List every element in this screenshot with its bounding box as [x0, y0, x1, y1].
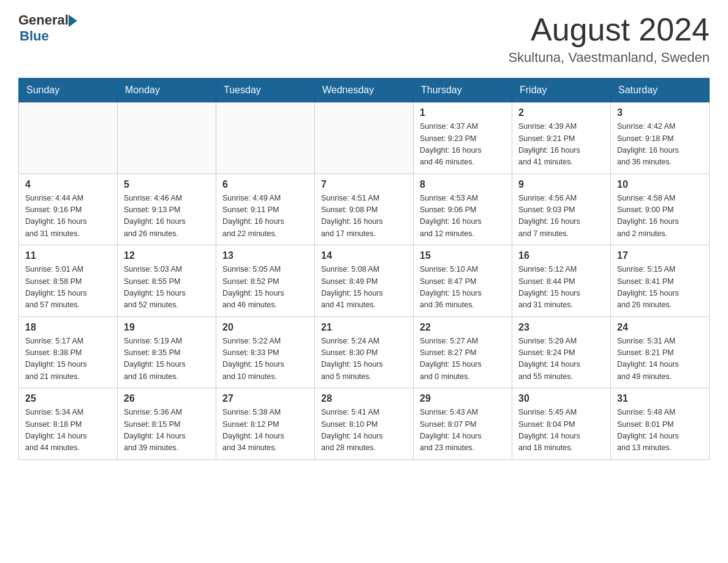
day-number: 16	[518, 250, 604, 261]
calendar-cell: 29Sunrise: 5:43 AM Sunset: 8:07 PM Dayli…	[414, 388, 512, 460]
day-info: Sunrise: 5:45 AM Sunset: 8:04 PM Dayligh…	[518, 407, 604, 454]
calendar-cell: 10Sunrise: 4:58 AM Sunset: 9:00 PM Dayli…	[611, 174, 710, 245]
day-info: Sunrise: 5:41 AM Sunset: 8:10 PM Dayligh…	[321, 407, 407, 454]
day-info: Sunrise: 5:34 AM Sunset: 8:18 PM Dayligh…	[25, 407, 111, 454]
day-number: 7	[321, 179, 407, 190]
day-info: Sunrise: 5:01 AM Sunset: 8:58 PM Dayligh…	[25, 264, 111, 312]
calendar-cell: 17Sunrise: 5:15 AM Sunset: 8:41 PM Dayli…	[611, 245, 710, 317]
week-row-5: 25Sunrise: 5:34 AM Sunset: 8:18 PM Dayli…	[19, 388, 710, 460]
day-number: 4	[25, 179, 111, 190]
calendar-table: SundayMondayTuesdayWednesdayThursdayFrid…	[18, 78, 710, 460]
logo: General Blue	[18, 12, 77, 44]
day-number: 26	[124, 393, 210, 404]
calendar-subtitle: Skultuna, Vaestmanland, Sweden	[508, 50, 710, 66]
calendar-cell: 5Sunrise: 4:46 AM Sunset: 9:13 PM Daylig…	[118, 174, 216, 245]
logo-blue-text: Blue	[20, 28, 49, 44]
week-row-3: 11Sunrise: 5:01 AM Sunset: 8:58 PM Dayli…	[19, 245, 710, 317]
week-row-2: 4Sunrise: 4:44 AM Sunset: 9:16 PM Daylig…	[19, 174, 710, 245]
day-info: Sunrise: 5:17 AM Sunset: 8:38 PM Dayligh…	[25, 335, 111, 383]
day-number: 13	[222, 250, 308, 261]
header-row: SundayMondayTuesdayWednesdayThursdayFrid…	[19, 79, 710, 102]
day-info: Sunrise: 5:15 AM Sunset: 8:41 PM Dayligh…	[617, 264, 703, 312]
logo-general-text: General	[18, 12, 69, 28]
day-number: 15	[420, 250, 506, 261]
day-info: Sunrise: 5:12 AM Sunset: 8:44 PM Dayligh…	[518, 264, 604, 312]
day-info: Sunrise: 4:39 AM Sunset: 9:21 PM Dayligh…	[518, 121, 604, 169]
day-number: 1	[420, 107, 506, 118]
day-info: Sunrise: 5:08 AM Sunset: 8:49 PM Dayligh…	[321, 264, 407, 312]
day-number: 11	[25, 250, 111, 261]
day-info: Sunrise: 5:19 AM Sunset: 8:35 PM Dayligh…	[124, 335, 210, 383]
day-info: Sunrise: 5:03 AM Sunset: 8:55 PM Dayligh…	[124, 264, 210, 312]
day-info: Sunrise: 4:51 AM Sunset: 9:08 PM Dayligh…	[321, 193, 407, 240]
day-info: Sunrise: 4:49 AM Sunset: 9:11 PM Dayligh…	[222, 193, 308, 240]
calendar-cell: 3Sunrise: 4:42 AM Sunset: 9:18 PM Daylig…	[611, 102, 710, 174]
header: General Blue August 2024 Skultuna, Vaest…	[18, 12, 710, 66]
calendar-cell: 30Sunrise: 5:45 AM Sunset: 8:04 PM Dayli…	[512, 388, 611, 460]
calendar-cell	[19, 102, 118, 174]
calendar-cell	[216, 102, 315, 174]
day-info: Sunrise: 5:36 AM Sunset: 8:15 PM Dayligh…	[124, 407, 210, 454]
day-header-monday: Monday	[118, 79, 216, 102]
calendar-cell: 9Sunrise: 4:56 AM Sunset: 9:03 PM Daylig…	[512, 174, 611, 245]
day-number: 18	[25, 322, 111, 333]
day-number: 24	[617, 322, 703, 333]
calendar-cell: 24Sunrise: 5:31 AM Sunset: 8:21 PM Dayli…	[611, 316, 710, 388]
day-number: 3	[617, 107, 703, 118]
calendar-cell: 23Sunrise: 5:29 AM Sunset: 8:24 PM Dayli…	[512, 316, 611, 388]
day-number: 9	[518, 179, 604, 190]
calendar-cell: 20Sunrise: 5:22 AM Sunset: 8:33 PM Dayli…	[216, 316, 315, 388]
logo-arrow-icon	[69, 15, 77, 27]
day-info: Sunrise: 5:10 AM Sunset: 8:47 PM Dayligh…	[420, 264, 506, 312]
day-number: 2	[518, 107, 604, 118]
day-number: 10	[617, 179, 703, 190]
day-info: Sunrise: 4:37 AM Sunset: 9:23 PM Dayligh…	[420, 121, 506, 169]
day-number: 28	[321, 393, 407, 404]
day-info: Sunrise: 5:24 AM Sunset: 8:30 PM Dayligh…	[321, 335, 407, 383]
day-info: Sunrise: 5:31 AM Sunset: 8:21 PM Dayligh…	[617, 335, 703, 383]
calendar-cell: 15Sunrise: 5:10 AM Sunset: 8:47 PM Dayli…	[414, 245, 512, 317]
calendar-cell: 31Sunrise: 5:48 AM Sunset: 8:01 PM Dayli…	[611, 388, 710, 460]
calendar-cell: 18Sunrise: 5:17 AM Sunset: 8:38 PM Dayli…	[19, 316, 118, 388]
day-info: Sunrise: 4:56 AM Sunset: 9:03 PM Dayligh…	[518, 193, 604, 240]
calendar-cell: 4Sunrise: 4:44 AM Sunset: 9:16 PM Daylig…	[19, 174, 118, 245]
calendar-cell: 13Sunrise: 5:05 AM Sunset: 8:52 PM Dayli…	[216, 245, 315, 317]
day-info: Sunrise: 4:46 AM Sunset: 9:13 PM Dayligh…	[124, 193, 210, 240]
calendar-cell: 11Sunrise: 5:01 AM Sunset: 8:58 PM Dayli…	[19, 245, 118, 317]
calendar-cell: 22Sunrise: 5:27 AM Sunset: 8:27 PM Dayli…	[414, 316, 512, 388]
day-info: Sunrise: 5:48 AM Sunset: 8:01 PM Dayligh…	[617, 407, 703, 454]
day-info: Sunrise: 5:27 AM Sunset: 8:27 PM Dayligh…	[420, 335, 506, 383]
calendar-cell: 14Sunrise: 5:08 AM Sunset: 8:49 PM Dayli…	[315, 245, 414, 317]
calendar-cell: 27Sunrise: 5:38 AM Sunset: 8:12 PM Dayli…	[216, 388, 315, 460]
day-header-sunday: Sunday	[19, 79, 118, 102]
calendar-cell: 28Sunrise: 5:41 AM Sunset: 8:10 PM Dayli…	[315, 388, 414, 460]
day-number: 14	[321, 250, 407, 261]
calendar-cell: 25Sunrise: 5:34 AM Sunset: 8:18 PM Dayli…	[19, 388, 118, 460]
calendar-cell: 8Sunrise: 4:53 AM Sunset: 9:06 PM Daylig…	[414, 174, 512, 245]
day-number: 5	[124, 179, 210, 190]
calendar-cell: 19Sunrise: 5:19 AM Sunset: 8:35 PM Dayli…	[118, 316, 216, 388]
calendar-cell	[118, 102, 216, 174]
day-header-wednesday: Wednesday	[315, 79, 414, 102]
day-number: 21	[321, 322, 407, 333]
day-number: 30	[518, 393, 604, 404]
day-number: 6	[222, 179, 308, 190]
day-info: Sunrise: 4:53 AM Sunset: 9:06 PM Dayligh…	[420, 193, 506, 240]
day-number: 22	[420, 322, 506, 333]
calendar-title: August 2024	[508, 12, 710, 47]
day-header-thursday: Thursday	[414, 79, 512, 102]
calendar-cell: 7Sunrise: 4:51 AM Sunset: 9:08 PM Daylig…	[315, 174, 414, 245]
calendar-cell: 21Sunrise: 5:24 AM Sunset: 8:30 PM Dayli…	[315, 316, 414, 388]
week-row-4: 18Sunrise: 5:17 AM Sunset: 8:38 PM Dayli…	[19, 316, 710, 388]
day-info: Sunrise: 5:43 AM Sunset: 8:07 PM Dayligh…	[420, 407, 506, 454]
title-section: August 2024 Skultuna, Vaestmanland, Swed…	[508, 12, 710, 66]
day-number: 23	[518, 322, 604, 333]
calendar-cell: 6Sunrise: 4:49 AM Sunset: 9:11 PM Daylig…	[216, 174, 315, 245]
day-info: Sunrise: 5:38 AM Sunset: 8:12 PM Dayligh…	[222, 407, 308, 454]
day-number: 25	[25, 393, 111, 404]
day-number: 8	[420, 179, 506, 190]
day-info: Sunrise: 4:42 AM Sunset: 9:18 PM Dayligh…	[617, 121, 703, 169]
calendar-cell: 16Sunrise: 5:12 AM Sunset: 8:44 PM Dayli…	[512, 245, 611, 317]
day-number: 12	[124, 250, 210, 261]
day-info: Sunrise: 4:44 AM Sunset: 9:16 PM Dayligh…	[25, 193, 111, 240]
